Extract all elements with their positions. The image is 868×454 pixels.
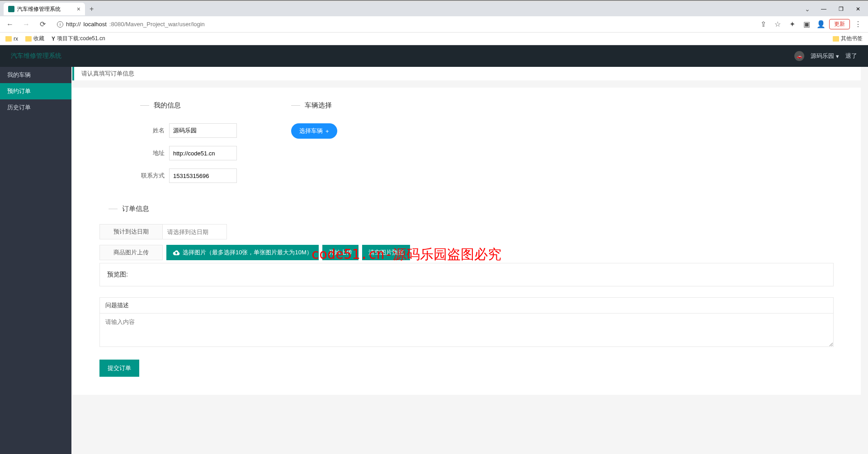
notice-banner: 请认真填写订单信息 <box>72 67 861 80</box>
contact-label: 联系方式 <box>140 172 165 180</box>
sidebar-item-history[interactable]: 历史订单 <box>0 99 71 116</box>
close-window-button[interactable]: ✕ <box>850 3 866 15</box>
preview-box: 预览图: <box>99 263 834 286</box>
folder-icon <box>5 36 12 42</box>
folder-icon <box>25 36 32 42</box>
start-upload-button[interactable]: 开始上传 <box>322 245 359 260</box>
upload-row: 商品图片上传 选择图片（最多选择10张，单张图片最大为10M） 开始上传 清空图… <box>99 245 834 260</box>
bookmark-rx[interactable]: rx <box>5 36 18 42</box>
star-icon[interactable]: ☆ <box>771 18 784 31</box>
bookmark-project[interactable]: Y项目下载:code51.cn <box>52 35 105 42</box>
cloud-upload-icon <box>173 250 180 255</box>
minimize-button[interactable]: — <box>816 3 832 15</box>
address-bar: ← → ⟳ i http://localhost:8080/Maven_Proj… <box>0 16 868 33</box>
site-info-icon[interactable]: i <box>57 21 63 28</box>
content-area: 请认真填写订单信息 我的信息 姓名 地址 联系方式 <box>71 67 868 454</box>
sidebar: 我的车辆 预约订单 历史订单 <box>0 67 71 454</box>
section-title-myinfo: 我的信息 <box>140 101 237 110</box>
description-textarea[interactable] <box>99 314 834 347</box>
bookmark-bar: rx 收藏 Y项目下载:code51.cn 其他书签 <box>0 33 868 45</box>
name-label: 姓名 <box>140 126 165 135</box>
tab-bar: 汽车维修管理系统 × + ⌄ — ❐ ✕ <box>0 2 868 16</box>
section-title-order: 订单信息 <box>108 205 834 213</box>
avatar[interactable]: 🚗 <box>794 51 804 61</box>
bookmark-fav[interactable]: 收藏 <box>25 35 44 42</box>
back-button[interactable]: ← <box>4 18 16 31</box>
my-info-section: 我的信息 姓名 地址 联系方式 <box>140 101 237 191</box>
main-panel: 我的信息 姓名 地址 联系方式 车辆选择 <box>72 88 861 395</box>
window-controls: ⌄ — ❐ ✕ <box>805 3 868 15</box>
date-label: 预计到达日期 <box>99 224 163 239</box>
folder-icon <box>833 36 839 42</box>
description-label: 问题描述 <box>99 297 834 314</box>
url-path: :8080/Maven_Project_war/user/login <box>109 21 205 28</box>
app-title: 汽车维修管理系统 <box>11 52 61 60</box>
url-prefix: http:// <box>66 21 81 28</box>
name-input[interactable] <box>169 123 237 138</box>
reload-button[interactable]: ⟳ <box>36 18 49 31</box>
app-header: 汽车维修管理系统 🚗 源码乐园▾ 退了 <box>0 45 868 67</box>
date-row: 预计到达日期 <box>99 224 834 239</box>
clear-preview-button[interactable]: 清空图片预览 <box>362 245 410 260</box>
share-icon[interactable]: ⇪ <box>757 18 769 31</box>
url-host: localhost <box>84 21 107 28</box>
select-vehicle-button[interactable]: 选择车辆 + <box>291 123 337 139</box>
profile-icon[interactable]: 👤 <box>815 18 827 31</box>
panel-icon[interactable]: ▣ <box>800 18 813 31</box>
new-tab-button[interactable]: + <box>85 5 98 13</box>
close-tab-icon[interactable]: × <box>77 5 80 13</box>
forward-button[interactable]: → <box>20 18 33 31</box>
extensions-icon[interactable]: ✦ <box>786 18 798 31</box>
maximize-button[interactable]: ❐ <box>833 3 849 15</box>
select-image-button[interactable]: 选择图片（最多选择10张，单张图片最大为10M） <box>166 245 319 260</box>
sidebar-item-reservation[interactable]: 预约订单 <box>0 83 71 99</box>
plus-icon: + <box>326 128 329 135</box>
chevron-down-icon[interactable]: ⌄ <box>805 5 810 13</box>
address-label: 地址 <box>140 149 165 157</box>
contact-input[interactable] <box>169 168 237 183</box>
submit-button[interactable]: 提交订单 <box>99 360 139 377</box>
update-button[interactable]: 更新 <box>829 19 850 29</box>
browser-tab[interactable]: 汽车维修管理系统 × <box>4 3 85 15</box>
user-menu[interactable]: 源码乐园▾ <box>811 52 839 60</box>
url-input[interactable]: i http://localhost:8080/Maven_Project_wa… <box>52 18 753 31</box>
tab-title: 汽车维修管理系统 <box>17 5 61 13</box>
section-title-vehicle: 车辆选择 <box>291 101 337 110</box>
favicon <box>8 6 14 12</box>
logout-button[interactable]: 退了 <box>845 52 857 60</box>
bookmark-other[interactable]: 其他书签 <box>833 35 863 42</box>
caret-down-icon: ▾ <box>836 53 839 60</box>
sidebar-item-my-vehicle[interactable]: 我的车辆 <box>0 67 71 83</box>
menu-icon[interactable]: ⋮ <box>852 18 864 31</box>
image-upload-label: 商品图片上传 <box>99 245 163 260</box>
address-input[interactable] <box>169 146 237 160</box>
date-input[interactable] <box>163 224 227 239</box>
vehicle-section: 车辆选择 选择车辆 + <box>291 101 337 191</box>
